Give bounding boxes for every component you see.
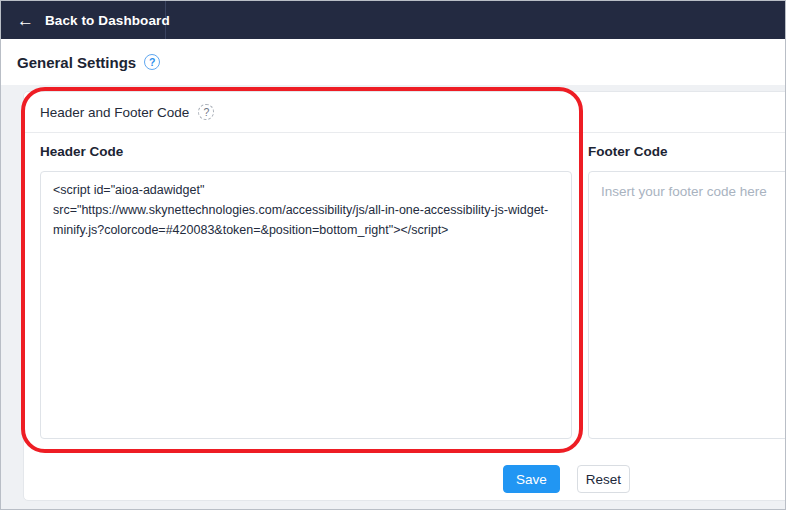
app-window: ← Back to Dashboard General Settings ? H… [0,0,786,510]
footer-code-textarea[interactable] [588,171,786,439]
general-settings-help-icon[interactable]: ? [144,54,160,70]
page-header: General Settings ? [1,39,785,85]
footer-code-label: Footer Code [588,144,668,159]
header-footer-code-panel: Header and Footer Code ? Header Code <sc… [23,91,786,501]
header-code-label: Header Code [40,144,123,159]
panel-title: Header and Footer Code [40,105,189,120]
reset-button[interactable]: Reset [577,465,630,493]
panel-header: Header and Footer Code ? [24,92,786,133]
header-code-textarea[interactable]: <script id="aioa-adawidget" src="https:/… [40,171,572,439]
back-to-dashboard-button[interactable]: ← Back to Dashboard [1,1,166,39]
page-title: General Settings [17,54,136,71]
header-footer-code-help-icon[interactable]: ? [198,104,214,120]
content-area: Header and Footer Code ? Header Code <sc… [1,85,785,509]
back-to-dashboard-label: Back to Dashboard [45,13,170,28]
save-button[interactable]: Save [503,465,560,493]
back-arrow-icon: ← [17,12,34,29]
topbar: ← Back to Dashboard [1,1,785,39]
